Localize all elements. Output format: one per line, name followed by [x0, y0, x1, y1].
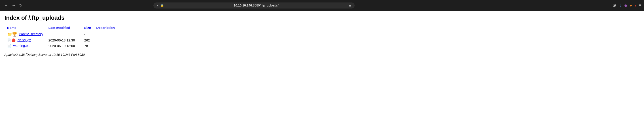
page-title: Index of /.ftp_uploads	[4, 14, 640, 21]
file-desc-cell	[94, 43, 118, 49]
file-modified-cell	[46, 31, 82, 38]
back-button[interactable]: ←	[3, 3, 10, 8]
extension-icon-1[interactable]: ◆	[624, 3, 628, 8]
file-table: Name Last modified Size Description 📁🏆	[4, 25, 118, 49]
file-name-cell: 📄🔴 db.sql.gz	[4, 37, 46, 43]
address-path: :8080/.ftp_uploads/	[252, 4, 278, 7]
file-desc-cell	[94, 37, 118, 43]
txt-file-icon: 📄	[7, 44, 12, 48]
extension-icon-2[interactable]: ●	[630, 3, 632, 8]
file-name-cell: 📁🏆 Parent Directory	[4, 31, 46, 38]
warning-txt-link[interactable]: warning.txt	[13, 44, 30, 48]
parent-directory-link[interactable]: Parent Directory	[19, 32, 43, 36]
gz-file-icon: 📄🔴	[7, 38, 16, 42]
col-header-modified: Last modified	[46, 25, 82, 31]
download-toolbar-icon[interactable]: ⇩	[619, 3, 622, 8]
size-sort-link[interactable]: Size	[84, 26, 91, 30]
table-row: 📄🔴 db.sql.gz 2020-06-18 12:30 262	[4, 37, 118, 43]
col-header-size: Size	[82, 25, 94, 31]
name-sort-link[interactable]: Name	[7, 26, 16, 30]
db-sql-gz-link[interactable]: db.sql.gz	[18, 38, 31, 42]
browser-chrome: ← → ↻ ● 🔒 10.10.10.246:8080/.ftp_uploads…	[0, 0, 644, 11]
address-text: 10.10.10.246:8080/.ftp_uploads/	[166, 4, 347, 7]
extension-icon-3[interactable]: ●	[634, 3, 637, 8]
table-row: 📄 warning.txt 2020-06-19 13:00 78	[4, 43, 118, 49]
footer-separator-line	[4, 49, 118, 49]
file-size-cell: 262	[82, 37, 94, 43]
file-size-cell: 78	[82, 43, 94, 49]
bookmark-button[interactable]: ★	[348, 3, 352, 8]
col-header-name: Name	[4, 25, 46, 31]
file-modified-cell: 2020-06-18 12:30	[46, 37, 82, 43]
file-name-cell: 📄 warning.txt	[4, 43, 46, 49]
server-footer: Apache/2.4.38 (Debian) Server at 10.10.1…	[4, 53, 640, 56]
lock-icon: 🔒	[160, 4, 164, 7]
col-header-description: Description	[94, 25, 118, 31]
file-desc-cell	[94, 31, 118, 38]
folder-icon: 📁🏆	[7, 32, 17, 37]
shield-icon: ●	[156, 4, 158, 7]
file-modified-cell: 2020-06-19 13:00	[46, 43, 82, 49]
footer-separator	[4, 49, 118, 49]
menu-button[interactable]: ≡	[639, 3, 641, 8]
table-row: 📁🏆 Parent Directory -	[4, 31, 118, 38]
modified-sort-link[interactable]: Last modified	[48, 26, 70, 30]
desc-sort-link[interactable]: Description	[96, 26, 115, 30]
forward-button[interactable]: →	[10, 3, 17, 8]
nav-buttons: ← → ↻	[3, 3, 24, 9]
address-bar[interactable]: ● 🔒 10.10.10.246:8080/.ftp_uploads/ ★	[154, 3, 355, 9]
page-content: Index of /.ftp_uploads Name Last modifie…	[0, 11, 644, 60]
toolbar-right: ◉ ⇩ ◆ ● ● ≡	[613, 3, 641, 8]
shield-toolbar-icon[interactable]: ◉	[613, 3, 616, 8]
address-domain: 10.10.10.246	[234, 4, 252, 7]
file-size-cell: -	[82, 31, 94, 38]
reload-button[interactable]: ↻	[18, 3, 24, 9]
